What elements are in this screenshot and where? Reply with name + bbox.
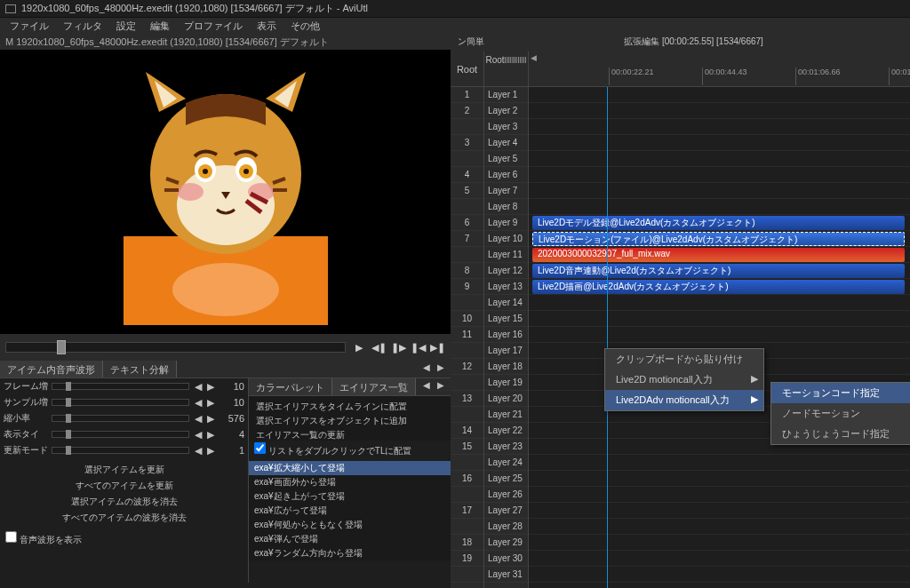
layer-name[interactable]: Layer 12 bbox=[484, 263, 528, 279]
layer-name[interactable]: Layer 25 bbox=[484, 471, 528, 487]
layer-num[interactable]: 6 bbox=[451, 215, 483, 231]
param-next[interactable]: ▶ bbox=[205, 381, 216, 393]
layer-name[interactable]: Layer 14 bbox=[484, 295, 528, 311]
menu-bar[interactable]: ファイル フィルタ 設定 編集 プロファイル 表示 その他 bbox=[0, 18, 910, 34]
layer-num[interactable]: 17 bbox=[451, 503, 483, 519]
layer-name[interactable]: Layer 28 bbox=[484, 519, 528, 535]
step-back-button[interactable]: ◀❚ bbox=[371, 340, 387, 354]
layer-num[interactable]: 16 bbox=[451, 471, 483, 487]
context-submenu[interactable]: モーションコード指定ノードモーションひょうじょうコード指定 bbox=[770, 382, 910, 445]
menu-filter[interactable]: フィルタ bbox=[57, 18, 108, 34]
layer-num[interactable] bbox=[451, 199, 483, 215]
param-slider[interactable] bbox=[52, 399, 189, 406]
layer-num[interactable]: 8 bbox=[451, 263, 483, 279]
skip-fwd-button[interactable]: ▶❚ bbox=[429, 340, 445, 354]
timeline-root-col[interactable]: Root bbox=[451, 52, 484, 86]
alias-item[interactable]: exa¥何処からともなく登場 bbox=[249, 518, 451, 532]
alias-item[interactable]: exa¥広がって登場 bbox=[249, 504, 451, 518]
show-waveform-check[interactable] bbox=[5, 531, 17, 543]
layer-name[interactable]: Layer 21 bbox=[484, 407, 528, 423]
param-prev[interactable]: ◀ bbox=[193, 445, 204, 457]
layer-num[interactable]: 13 bbox=[451, 391, 483, 407]
timeline-row[interactable] bbox=[529, 119, 910, 135]
ctx-sub-item[interactable]: ひょうじょうコード指定 bbox=[771, 424, 910, 444]
menu-file[interactable]: ファイル bbox=[4, 18, 55, 34]
step-fwd-button[interactable]: ❚▶ bbox=[390, 340, 406, 354]
param-prev[interactable]: ◀ bbox=[193, 397, 204, 409]
tab-nav[interactable]: ◀▶ bbox=[420, 362, 447, 372]
ctx-sub-item[interactable]: ノードモーション bbox=[771, 403, 910, 424]
timeline-row[interactable] bbox=[529, 311, 910, 327]
timeline-row[interactable] bbox=[529, 519, 910, 535]
layer-num[interactable]: 11 bbox=[451, 327, 483, 343]
layer-num[interactable]: 1 bbox=[451, 87, 483, 103]
layer-name[interactable]: Layer 10 bbox=[484, 231, 528, 247]
layer-name[interactable]: Layer 11 bbox=[484, 247, 528, 263]
layer-name[interactable]: Layer 22 bbox=[484, 423, 528, 439]
timeline-row[interactable] bbox=[529, 135, 910, 151]
tab-aliases[interactable]: エイリアス一覧 bbox=[332, 378, 416, 395]
tab-next[interactable]: ▶ bbox=[435, 362, 447, 372]
seek-handle[interactable] bbox=[57, 340, 66, 354]
timeline-row[interactable]: Live2Dモデル登録@Live2dAdv(カスタムオブジェクト) bbox=[529, 215, 910, 231]
layer-num[interactable] bbox=[451, 519, 483, 535]
timeline-row[interactable] bbox=[529, 503, 910, 519]
layer-name[interactable]: Layer 15 bbox=[484, 311, 528, 327]
alias-action[interactable]: 選択エイリアスをオブジェクトに追加 bbox=[252, 414, 447, 428]
tab-text-split[interactable]: テキスト分解 bbox=[103, 361, 177, 377]
timeline-row[interactable] bbox=[529, 295, 910, 311]
timeline-clip[interactable]: Live2Dモーション(ファイル)@Live2dAdv(カスタムオブジェクト) bbox=[532, 232, 905, 246]
layer-name[interactable]: Layer 6 bbox=[484, 167, 528, 183]
layer-num[interactable]: 18 bbox=[451, 535, 483, 551]
alias-dblclick-check[interactable] bbox=[254, 442, 266, 454]
layer-num[interactable] bbox=[451, 407, 483, 423]
layer-name[interactable]: Layer 5 bbox=[484, 151, 528, 167]
timeline-row[interactable]: Live2D描画@Live2dAdv(カスタムオブジェクト) bbox=[529, 279, 910, 295]
layer-num[interactable] bbox=[451, 375, 483, 391]
timeline-row[interactable] bbox=[529, 327, 910, 343]
layer-num[interactable] bbox=[451, 455, 483, 471]
ctx-item[interactable]: Live2DAdv motioncall入力▶ bbox=[605, 390, 763, 410]
seek-bar[interactable] bbox=[5, 342, 346, 353]
timeline-clip[interactable]: Live2D音声連動@Live2d(カスタムオブジェクト) bbox=[532, 264, 905, 278]
ruler-scroll-left[interactable]: ◀ bbox=[531, 53, 537, 62]
action-button[interactable]: 選択アイテムの波形を消去 bbox=[4, 494, 244, 510]
layer-num[interactable]: 7 bbox=[451, 231, 483, 247]
param-slider[interactable] bbox=[52, 431, 189, 438]
play-button[interactable]: ▶ bbox=[351, 340, 367, 354]
layer-name[interactable]: Layer 4 bbox=[484, 135, 528, 151]
param-slider[interactable] bbox=[52, 383, 189, 390]
alias-tab-prev[interactable]: ◀ bbox=[420, 380, 433, 390]
layer-name[interactable]: Layer 23 bbox=[484, 439, 528, 455]
layer-name[interactable]: Layer 24 bbox=[484, 455, 528, 471]
layer-name[interactable]: Layer 26 bbox=[484, 487, 528, 503]
timeline-row[interactable] bbox=[529, 183, 910, 199]
alias-item[interactable]: exa¥弾んで登場 bbox=[249, 532, 451, 546]
timeline-row[interactable]: Live2Dモーション(ファイル)@Live2dAdv(カスタムオブジェクト) bbox=[529, 231, 910, 247]
timeline-row[interactable] bbox=[529, 199, 910, 215]
param-prev[interactable]: ◀ bbox=[193, 429, 204, 441]
param-prev[interactable]: ◀ bbox=[193, 381, 204, 393]
layer-num[interactable]: 2 bbox=[451, 103, 483, 119]
timeline-row[interactable] bbox=[529, 103, 910, 119]
layer-name[interactable]: Layer 16 bbox=[484, 327, 528, 343]
layer-num[interactable]: 9 bbox=[451, 279, 483, 295]
param-next[interactable]: ▶ bbox=[205, 413, 216, 425]
timeline-clip[interactable]: 2020003000032907_full_mix.wav bbox=[532, 248, 905, 262]
tab-prev[interactable]: ◀ bbox=[420, 362, 433, 372]
timeline-row[interactable]: Live2D音声連動@Live2d(カスタムオブジェクト) bbox=[529, 263, 910, 279]
layer-name[interactable]: Layer 8 bbox=[484, 199, 528, 215]
timeline-row[interactable] bbox=[529, 455, 910, 471]
timeline-row[interactable] bbox=[529, 567, 910, 583]
timeline-row[interactable] bbox=[529, 151, 910, 167]
menu-settings[interactable]: 設定 bbox=[110, 18, 142, 34]
layer-name[interactable]: Layer 19 bbox=[484, 375, 528, 391]
layer-name[interactable]: Layer 20 bbox=[484, 391, 528, 407]
layer-num[interactable]: 4 bbox=[451, 167, 483, 183]
timeline-row[interactable] bbox=[529, 551, 910, 567]
timeline-row[interactable]: 2020003000032907_full_mix.wav bbox=[529, 247, 910, 263]
tab-waveform[interactable]: アイテム内音声波形 bbox=[0, 361, 103, 377]
timeline-row[interactable] bbox=[529, 167, 910, 183]
layer-num[interactable]: 14 bbox=[451, 423, 483, 439]
layer-num[interactable]: 5 bbox=[451, 183, 483, 199]
